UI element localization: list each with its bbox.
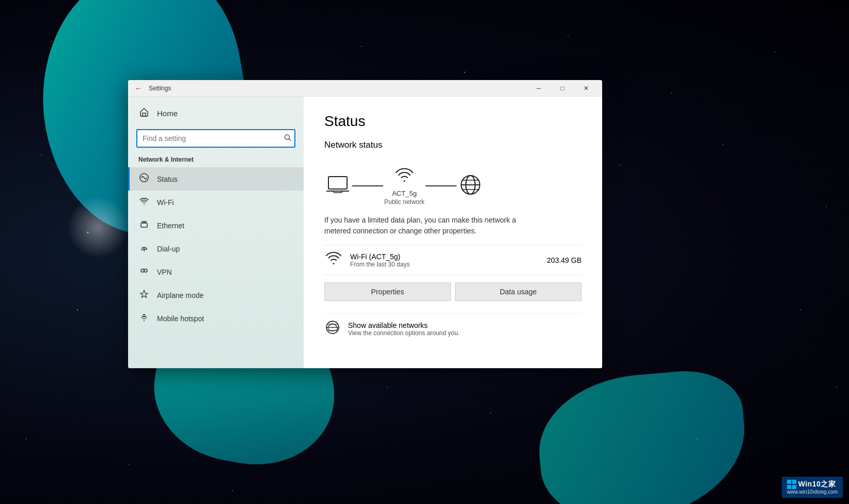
search-icon[interactable] [284, 134, 291, 143]
airplane-icon [138, 289, 150, 302]
show-networks-sublabel: View the connection options around you. [348, 329, 460, 337]
laptop-icon [324, 174, 351, 198]
sidebar-item-airplane[interactable]: Airplane mode [128, 284, 304, 307]
minimize-button[interactable]: ─ [527, 80, 551, 97]
network-diagram: ACT_5g Public network [324, 161, 581, 211]
network-type: Public network [384, 198, 424, 206]
home-label: Home [157, 109, 178, 118]
close-button[interactable]: ✕ [574, 80, 598, 97]
svg-rect-0 [143, 113, 146, 116]
show-networks-info: Show available networks View the connect… [348, 321, 460, 337]
hotspot-icon [138, 312, 150, 325]
watermark: Win10之家 www.win10xitong.com [782, 477, 843, 498]
page-title: Status [324, 113, 581, 130]
globe-icon [458, 172, 483, 200]
network-center: ACT_5g Public network [384, 166, 424, 206]
back-button[interactable]: ← [132, 82, 145, 94]
settings-window: ← Settings ─ □ ✕ Home [128, 80, 602, 368]
maximize-button[interactable]: □ [551, 80, 574, 97]
sidebar-item-ethernet[interactable]: Ethernet [128, 214, 304, 237]
windows-logo-icon [787, 480, 796, 489]
sidebar: Home Network & Internet [128, 97, 304, 368]
sidebar-item-hotspot[interactable]: Mobile hotspot [128, 307, 304, 330]
svg-rect-28 [787, 485, 791, 489]
svg-rect-4 [141, 223, 147, 227]
search-container [128, 125, 304, 154]
sidebar-item-dialup[interactable]: Dial-up [128, 237, 304, 260]
ethernet-icon [138, 219, 150, 232]
search-input[interactable] [136, 129, 295, 148]
wifi-nav-label: Wi-Fi [157, 198, 174, 207]
vpn-icon [138, 265, 150, 278]
wifi-connection-name: Wi-Fi (ACT_5g) [350, 253, 547, 261]
status-description: If you have a limited data plan, you can… [324, 215, 572, 237]
network-list-icon [324, 319, 341, 339]
sidebar-item-vpn[interactable]: VPN [128, 260, 304, 284]
title-bar: ← Settings ─ □ ✕ [128, 80, 602, 97]
star-cluster [67, 196, 129, 258]
window-controls: ─ □ ✕ [527, 80, 598, 97]
network-line-1 [352, 185, 383, 186]
wifi-nav-icon [138, 196, 150, 209]
svg-rect-26 [787, 480, 791, 484]
watermark-url: www.win10xitong.com [787, 489, 838, 495]
status-label: Status [157, 175, 178, 183]
wifi-data-used: 203.49 GB [547, 256, 581, 264]
network-name: ACT_5g [392, 190, 417, 197]
sidebar-item-status[interactable]: Status [128, 167, 304, 191]
main-content: Status Network status [304, 97, 602, 368]
action-buttons: Properties Data usage [324, 282, 581, 301]
network-line-2 [426, 185, 457, 186]
dialup-label: Dial-up [157, 245, 180, 253]
window-body: Home Network & Internet [128, 97, 602, 368]
sidebar-item-wifi[interactable]: Wi-Fi [128, 191, 304, 214]
status-icon [138, 172, 150, 185]
wifi-usage-row: Wi-Fi (ACT_5g) From the last 30 days 203… [324, 245, 581, 275]
airplane-label: Airplane mode [157, 291, 203, 300]
show-networks-label: Show available networks [348, 321, 460, 329]
hotspot-label: Mobile hotspot [157, 314, 204, 323]
window-title: Settings [149, 85, 527, 92]
svg-rect-29 [792, 485, 796, 489]
watermark-title: Win10之家 [798, 480, 836, 489]
wifi-period: From the last 30 days [350, 261, 547, 268]
wifi-info: Wi-Fi (ACT_5g) From the last 30 days [350, 253, 547, 268]
svg-rect-27 [792, 480, 796, 484]
svg-point-11 [144, 269, 147, 272]
wifi-usage-icon [324, 250, 343, 270]
vpn-label: VPN [157, 268, 172, 276]
svg-rect-16 [334, 191, 342, 193]
home-icon [138, 107, 150, 120]
ethernet-label: Ethernet [157, 222, 184, 230]
svg-point-10 [141, 269, 144, 272]
svg-point-13 [143, 314, 145, 317]
section-title: Network status [324, 140, 581, 150]
data-usage-button[interactable]: Data usage [455, 282, 581, 301]
svg-line-2 [289, 139, 291, 141]
dialup-icon [138, 242, 150, 255]
sidebar-home-item[interactable]: Home [128, 102, 304, 125]
sidebar-section-label: Network & Internet [128, 154, 304, 167]
properties-button[interactable]: Properties [324, 282, 451, 301]
svg-rect-14 [328, 177, 347, 189]
show-networks-row[interactable]: Show available networks View the connect… [324, 313, 581, 344]
router-wifi-icon [394, 166, 415, 186]
